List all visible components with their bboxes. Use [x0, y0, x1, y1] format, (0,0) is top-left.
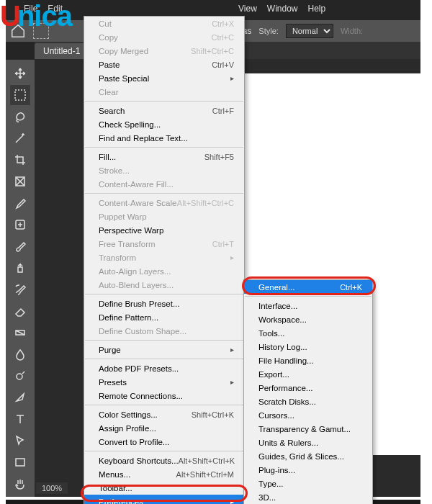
- menu-item-label: Transparency & Gamut...: [258, 425, 351, 433]
- edit-menu-item-check-spelling[interactable]: Check Spelling...: [84, 117, 244, 131]
- edit-menu-item-paste[interactable]: PasteCtrl+V: [84, 58, 244, 71]
- prefs-item-tools[interactable]: Tools...: [244, 326, 372, 340]
- edit-menu-item-perspective-warp[interactable]: Perspective Warp: [84, 223, 244, 237]
- edit-menu-item-color-settings[interactable]: Color Settings...Shift+Ctrl+K: [84, 408, 244, 421]
- edit-menu-item-purge[interactable]: Purge: [84, 343, 244, 356]
- tool-brush[interactable]: [10, 236, 30, 256]
- menu-window[interactable]: Window: [267, 4, 298, 17]
- tool-crop[interactable]: [10, 150, 30, 170]
- edit-menu-item-clear: Clear: [84, 85, 244, 99]
- menu-item-label: Auto-Align Layers...: [99, 267, 171, 276]
- menu-item-label: Adobe PDF Presets...: [99, 364, 179, 373]
- edit-menu-item-separator: [85, 193, 243, 194]
- edit-menu-item-fill[interactable]: Fill...Shift+F5: [84, 150, 244, 163]
- unica-watermark: Unica: [0, 0, 72, 32]
- edit-menu-item-presets[interactable]: Presets: [84, 375, 244, 389]
- edit-menu-item-convert-to-profile[interactable]: Convert to Profile...: [84, 435, 244, 449]
- prefs-item-general[interactable]: General...Ctrl+K: [244, 280, 372, 294]
- prefs-item-export[interactable]: Export...: [244, 367, 372, 381]
- zoom-readout[interactable]: 100%: [36, 482, 68, 494]
- prefs-item-history-log[interactable]: History Log...: [244, 340, 372, 354]
- menu-item-label: General...: [258, 283, 295, 292]
- tool-type[interactable]: [10, 409, 30, 429]
- menu-item-label: Tools...: [258, 329, 284, 338]
- menu-item-label: Assign Profile...: [99, 424, 156, 433]
- menu-item-label: Search: [99, 107, 125, 115]
- prefs-item-workspace[interactable]: Workspace...: [244, 312, 372, 326]
- edit-menu-item-separator: [85, 451, 243, 451]
- edit-menu-item-copy: CopyCtrl+C: [84, 30, 244, 44]
- menu-item-label: Scratch Disks...: [258, 397, 316, 406]
- menu-view[interactable]: View: [238, 4, 257, 17]
- edit-menu-item-keyboard-shortcuts[interactable]: Keyboard Shortcuts...Alt+Shift+Ctrl+K: [84, 454, 244, 467]
- menu-item-label: History Log...: [258, 343, 307, 351]
- edit-menu-item-define-brush-preset[interactable]: Define Brush Preset...: [84, 297, 244, 310]
- edit-menu-item-assign-profile[interactable]: Assign Profile...: [84, 421, 244, 435]
- preferences-submenu: General...Ctrl+KInterface...Workspace...…: [243, 279, 373, 504]
- edit-menu-item-preferences[interactable]: Preferences: [84, 495, 244, 504]
- menu-item-label: Check Spelling...: [99, 120, 161, 129]
- tool-magic-wand[interactable]: [10, 128, 30, 148]
- edit-menu-item-paste-special[interactable]: Paste Special: [84, 71, 244, 85]
- tool-hand[interactable]: [10, 474, 30, 494]
- menu-item-label: 3D...: [258, 493, 276, 502]
- tool-history-brush[interactable]: [10, 279, 30, 300]
- tool-frame[interactable]: [10, 171, 30, 192]
- menu-item-label: Color Settings...: [99, 410, 158, 419]
- prefs-item-scratch-disks[interactable]: Scratch Disks...: [244, 395, 372, 408]
- edit-menu-item-find-and-replace-text[interactable]: Find and Replace Text...: [84, 131, 244, 145]
- prefs-item-3d[interactable]: 3D...: [244, 490, 372, 504]
- tool-blur[interactable]: [10, 344, 30, 364]
- edit-menu-item-search[interactable]: SearchCtrl+F: [84, 104, 244, 117]
- tool-dodge[interactable]: [10, 366, 30, 386]
- menu-item-label: Copy Merged: [99, 47, 148, 55]
- menu-item-label: Content-Aware Scale: [99, 199, 176, 207]
- menu-item-label: Cursors...: [258, 411, 294, 420]
- prefs-item-type[interactable]: Type...: [244, 477, 372, 490]
- tool-gradient[interactable]: [10, 323, 30, 343]
- prefs-item-file-handling[interactable]: File Handling...: [244, 354, 372, 367]
- edit-menu-item-auto-blend-layers: Auto-Blend Layers...: [84, 278, 244, 292]
- menu-item-shortcut: Ctrl+F: [212, 107, 234, 115]
- menu-item-label: Puppet Warp: [99, 212, 147, 221]
- prefs-item-performance[interactable]: Performance...: [244, 381, 372, 395]
- tool-pen[interactable]: [10, 387, 30, 408]
- edit-menu-item-menus[interactable]: Menus...Alt+Shift+Ctrl+M: [84, 467, 244, 481]
- menu-item-shortcut: Ctrl+T: [212, 240, 234, 248]
- menu-item-label: Preferences: [99, 498, 143, 505]
- prefs-item-cursors[interactable]: Cursors...: [244, 408, 372, 422]
- menu-item-label: Performance...: [258, 384, 312, 392]
- tab-title: Untitled-1: [43, 46, 80, 56]
- prefs-item-plug-ins[interactable]: Plug-ins...: [244, 463, 372, 477]
- prefs-item-units-rulers[interactable]: Units & Rulers...: [244, 436, 372, 449]
- tool-eraser[interactable]: [10, 301, 30, 321]
- edit-menu-item-define-custom-shape: Define Custom Shape...: [84, 324, 244, 338]
- edit-menu-item-toolbar[interactable]: Toolbar...: [84, 481, 244, 495]
- tool-lasso[interactable]: [10, 107, 30, 127]
- tool-clone[interactable]: [10, 258, 30, 278]
- toolbox: [6, 59, 35, 497]
- menu-item-shortcut: Ctrl+C: [212, 33, 234, 42]
- menu-item-label: Plug-ins...: [258, 466, 295, 474]
- edit-menu-item-define-pattern[interactable]: Define Pattern...: [84, 310, 244, 324]
- prefs-item-transparency-gamut[interactable]: Transparency & Gamut...: [244, 422, 372, 436]
- tool-marquee[interactable]: [10, 85, 30, 105]
- prefs-item-guides-grid-slices[interactable]: Guides, Grid & Slices...: [244, 449, 372, 463]
- tool-eyedropper[interactable]: [10, 193, 30, 213]
- menu-item-label: Convert to Profile...: [99, 438, 169, 446]
- style-select[interactable]: Normal: [286, 24, 333, 38]
- tool-healing[interactable]: [10, 215, 30, 235]
- menu-help[interactable]: Help: [308, 4, 326, 17]
- menu-item-label: Define Brush Preset...: [99, 300, 180, 308]
- edit-menu-item-adobe-pdf-presets[interactable]: Adobe PDF Presets...: [84, 361, 244, 375]
- edit-menu-item-remote-connections[interactable]: Remote Connections...: [84, 389, 244, 402]
- tool-path-select[interactable]: [10, 431, 30, 451]
- tool-rectangle[interactable]: [10, 452, 30, 472]
- tool-move[interactable]: [10, 63, 30, 84]
- edit-menu-item-separator: [85, 294, 243, 294]
- edit-menu-item-separator: [85, 147, 243, 148]
- edit-menu-item-separator: [85, 405, 243, 405]
- svg-rect-0: [15, 90, 25, 100]
- prefs-item-interface[interactable]: Interface...: [244, 299, 372, 312]
- menu-item-label: Fill...: [99, 153, 116, 161]
